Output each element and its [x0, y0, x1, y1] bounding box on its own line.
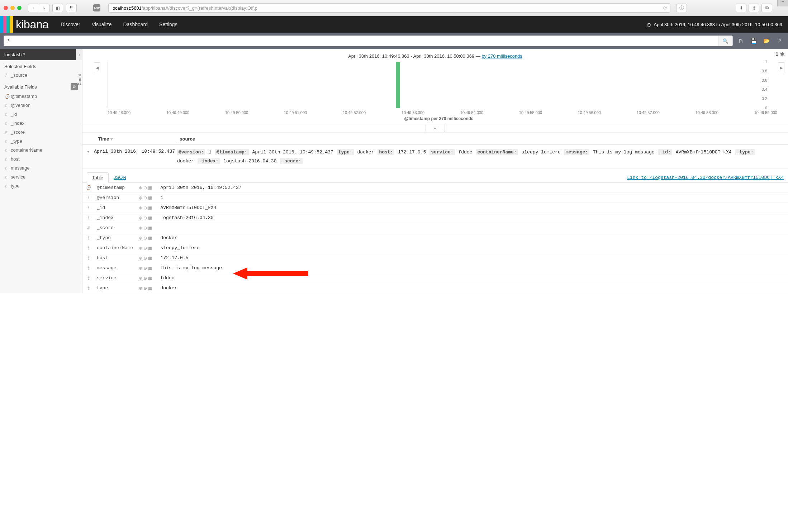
doc-permalink[interactable]: Link to /logstash-2016.04.30/docker/AVRm… [627, 175, 784, 180]
zoom-in-icon[interactable]: ⊕ [139, 225, 142, 231]
field-containerName[interactable]: tcontainerName [0, 146, 82, 155]
zoom-out-icon[interactable]: ⊖ [143, 195, 147, 200]
reload-icon[interactable]: ⟳ [663, 5, 667, 11]
share-search-button[interactable]: ↗ [774, 36, 784, 46]
detail-tab-table[interactable]: Table [87, 172, 109, 183]
column-source[interactable]: _source [177, 136, 195, 142]
interval-link[interactable]: by 270 milliseconds [481, 53, 522, 59]
field-value-cell: AVRmXBmfrl5l0DCT_kX4 [157, 203, 788, 213]
zoom-in-icon[interactable]: ⊕ [139, 256, 142, 261]
sidebar-toggle-button[interactable]: ◧ [52, 4, 63, 12]
forward-button[interactable]: › [39, 4, 49, 12]
field-name-cell: _score [94, 223, 136, 233]
new-tab-button[interactable]: + [777, 0, 788, 6]
sort-desc-icon: ▾ [110, 136, 113, 142]
toggle-column-icon[interactable]: ▦ [148, 246, 152, 251]
expand-row-button[interactable]: ▾ [87, 148, 94, 166]
zoom-in-icon[interactable]: ⊕ [139, 205, 142, 210]
field-@version[interactable]: t@version [0, 101, 82, 110]
column-time[interactable]: Time ▾ [98, 136, 177, 142]
collapse-histogram-button[interactable]: ︿ [426, 124, 445, 132]
toggle-column-icon[interactable]: ▦ [148, 286, 152, 291]
field-_score[interactable]: #_score [0, 128, 82, 137]
zoom-out-icon[interactable]: ⊖ [143, 236, 147, 241]
save-search-button[interactable]: 💾 [749, 36, 759, 46]
toggle-column-icon[interactable]: ▦ [148, 225, 152, 231]
zoom-out-icon[interactable]: ⊖ [143, 215, 147, 220]
close-window[interactable] [4, 6, 8, 10]
nav-discover[interactable]: Discover [55, 16, 86, 33]
zoom-out-icon[interactable]: ⊖ [143, 185, 147, 190]
histogram-title: April 30th 2016, 10:49:46.863 - April 30… [82, 49, 788, 60]
zoom-in-icon[interactable]: ⊕ [139, 215, 142, 220]
nav-visualize[interactable]: Visualize [86, 16, 118, 33]
toggle-column-icon[interactable]: ▦ [148, 215, 152, 220]
detail-tab-json[interactable]: JSON [109, 172, 131, 182]
zoom-in-icon[interactable]: ⊕ [139, 286, 142, 291]
field-@timestamp[interactable]: ⌚@timestamp [0, 92, 82, 101]
search-button[interactable]: 🔍 [718, 36, 732, 46]
top-sites-button[interactable]: ⠿ [66, 4, 77, 12]
detail-row-_index: t_index⊕⊖▦logstash-2016.04.30 [82, 213, 788, 223]
zoom-out-icon[interactable]: ⊖ [143, 256, 147, 261]
field-value-cell: This is my log message [157, 263, 788, 273]
toggle-column-icon[interactable]: ▦ [148, 195, 152, 200]
new-search-button[interactable]: 🗋 [736, 36, 746, 46]
field-name-cell: _id [94, 203, 136, 213]
tabs-button[interactable]: ⧉ [761, 4, 772, 12]
reader-button[interactable]: ⓘ [676, 4, 687, 12]
chart-scroll-right[interactable]: ▶ [778, 62, 784, 73]
field-type-icon: t [82, 283, 94, 293]
minimize-window[interactable] [10, 6, 15, 10]
field-_id[interactable]: t_id [0, 110, 82, 119]
address-bar[interactable]: localhost:5601/app/kibana#/discover?_g=(… [108, 3, 670, 13]
zoom-in-icon[interactable]: ⊕ [139, 276, 142, 281]
zoom-out-icon[interactable]: ⊖ [143, 276, 147, 281]
time-range-picker[interactable]: ◷ April 30th 2016, 10:49:46.863 to April… [641, 22, 788, 27]
collapse-sidebar-button[interactable]: ‹ [76, 49, 82, 60]
zoom-out-icon[interactable]: ⊖ [143, 225, 147, 231]
field-service[interactable]: tservice [0, 172, 82, 181]
field-name-cell: host [94, 253, 136, 263]
toggle-column-icon[interactable]: ▦ [148, 266, 152, 271]
field-settings-button[interactable]: ⚙ [71, 83, 78, 90]
toggle-column-icon[interactable]: ▦ [148, 185, 152, 190]
zoom-out-icon[interactable]: ⊖ [143, 246, 147, 251]
nav-dashboard[interactable]: Dashboard [118, 16, 154, 33]
toggle-column-icon[interactable]: ▦ [148, 256, 152, 261]
detail-row-_id: t_id⊕⊖▦AVRmXBmfrl5l0DCT_kX4 [82, 203, 788, 213]
zoom-in-icon[interactable]: ⊕ [139, 185, 142, 190]
zoom-out-icon[interactable]: ⊖ [143, 286, 147, 291]
toggle-column-icon[interactable]: ▦ [148, 236, 152, 241]
back-button[interactable]: ‹ [28, 4, 39, 12]
downloads-button[interactable]: ⬇ [736, 4, 746, 12]
nav-settings[interactable]: Settings [153, 16, 183, 33]
index-pattern-selector[interactable]: logstash-* ‹ [0, 49, 82, 60]
field-host[interactable]: thost [0, 155, 82, 163]
histogram-bar[interactable] [396, 62, 400, 108]
query-input[interactable] [4, 36, 718, 46]
zoom-in-icon[interactable]: ⊕ [139, 266, 142, 271]
toggle-column-icon[interactable]: ▦ [148, 276, 152, 281]
field-_source[interactable]: ?_source [0, 71, 82, 80]
open-search-button[interactable]: 📂 [761, 36, 772, 46]
maximize-window[interactable] [17, 6, 22, 10]
zoom-in-icon[interactable]: ⊕ [139, 246, 142, 251]
field-message[interactable]: tmessage [0, 163, 82, 172]
field-actions: ⊕⊖▦ [136, 243, 157, 253]
abp-icon[interactable]: ABP [93, 4, 100, 11]
zoom-in-icon[interactable]: ⊕ [139, 195, 142, 200]
field-_type[interactable]: t_type [0, 137, 82, 146]
share-button[interactable]: ⇪ [749, 4, 759, 12]
chart-scroll-left[interactable]: ◀ [94, 62, 100, 73]
field-value-cell: docker [157, 233, 788, 243]
field-name: _source [11, 72, 27, 78]
toggle-column-icon[interactable]: ▦ [148, 205, 152, 210]
zoom-in-icon[interactable]: ⊕ [139, 236, 142, 241]
field-type[interactable]: ttype [0, 181, 82, 190]
zoom-out-icon[interactable]: ⊖ [143, 205, 147, 210]
detail-row-message: tmessage⊕⊖▦This is my log message [82, 263, 788, 273]
field-_index[interactable]: t_index [0, 119, 82, 128]
zoom-out-icon[interactable]: ⊖ [143, 266, 147, 271]
kibana-logo[interactable]: kibana [0, 16, 55, 33]
